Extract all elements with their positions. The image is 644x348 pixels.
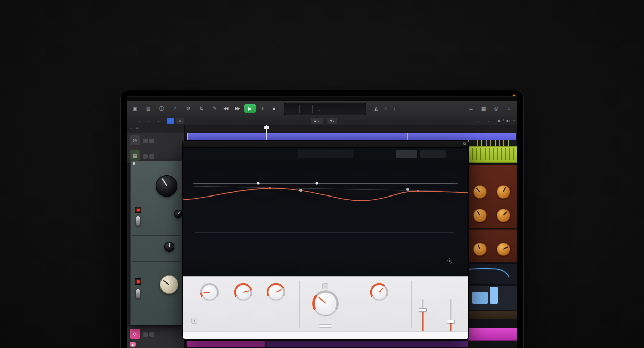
tab-main[interactable] xyxy=(396,150,417,158)
audio-region[interactable] xyxy=(187,133,261,140)
mute-button[interactable] xyxy=(143,154,148,159)
low-select-knob[interactable] xyxy=(174,210,182,218)
chromaverb-controls: ♪ ♪ xyxy=(183,276,468,332)
room-type-selector[interactable] xyxy=(298,150,353,158)
mute-button[interactable] xyxy=(143,139,148,143)
forward-button[interactable]: ▶▶ xyxy=(233,106,241,111)
in-button[interactable] xyxy=(135,278,141,285)
low-freq-knob[interactable] xyxy=(160,275,178,294)
chromaverb-title-bar[interactable]: ⧉ xyxy=(183,141,468,148)
dry-slider[interactable] xyxy=(419,308,427,312)
curve-point[interactable] xyxy=(269,187,271,190)
tuner-icon[interactable]: ♩ xyxy=(392,106,400,111)
mixer-icon[interactable]: ▥ xyxy=(144,106,152,111)
solo-button[interactable] xyxy=(149,154,154,159)
catch-playhead-icon[interactable]: ▦ xyxy=(497,119,500,122)
playhead-handle[interactable] xyxy=(264,126,269,129)
toggle-switch[interactable] xyxy=(136,216,140,226)
reverb-output-icon[interactable] xyxy=(446,257,454,265)
mid-knob[interactable] xyxy=(164,242,174,252)
midi-region-multicolor[interactable] xyxy=(468,140,517,146)
audio-region[interactable] xyxy=(407,133,445,140)
filter-curve-panel[interactable] xyxy=(468,263,517,285)
menu-functions[interactable]: ⌄ xyxy=(147,119,150,122)
editors-icon[interactable]: ⇅ xyxy=(197,106,205,111)
text-tool-icon[interactable]: I xyxy=(503,119,504,122)
controls-icon[interactable]: ⌗ xyxy=(505,106,513,112)
sync-note-icon[interactable]: ♪ xyxy=(322,283,328,289)
stop-button[interactable]: ■ xyxy=(270,106,278,111)
conga-region[interactable] xyxy=(187,341,265,347)
curve-point[interactable] xyxy=(417,190,420,193)
toggle-switch[interactable] xyxy=(136,289,140,299)
size-knob[interactable] xyxy=(236,285,251,300)
crossfade-icon[interactable]: ≋ xyxy=(176,118,184,124)
browser-icon[interactable]: ◎ xyxy=(492,106,500,111)
menu-edit[interactable]: ⌄ xyxy=(137,119,140,122)
toolbox-icon[interactable]: ▣ xyxy=(131,106,139,111)
metronome-icon[interactable]: ◭ xyxy=(372,106,380,111)
list-editors-icon[interactable]: ≔ xyxy=(467,106,475,111)
eq-handle[interactable] xyxy=(257,182,259,184)
count-in-icon[interactable] xyxy=(384,107,387,110)
er-mix-knob[interactable] xyxy=(473,243,487,256)
cutoff-knob[interactable] xyxy=(473,185,487,199)
distance-knob[interactable] xyxy=(372,285,387,300)
disclosure-triangle-icon[interactable]: › xyxy=(128,154,129,157)
quick-help-icon[interactable]: ? xyxy=(171,106,179,111)
delay-mix-knob[interactable] xyxy=(497,185,510,199)
rewind-button[interactable]: ◀◀ xyxy=(222,106,230,111)
solo-button[interactable] xyxy=(149,332,154,337)
window-close-icon[interactable] xyxy=(133,162,135,165)
bar-ruler[interactable] xyxy=(127,125,517,133)
link-window-icon[interactable]: ⧉ xyxy=(463,142,466,146)
sync-note-icon[interactable]: ♪ xyxy=(191,318,197,324)
smart-controls-icon[interactable]: ⓘ xyxy=(157,105,166,112)
audio-region[interactable] xyxy=(261,133,334,140)
midi-region-green[interactable] xyxy=(468,146,517,163)
chromaverb-strip-label[interactable] xyxy=(468,311,517,319)
global-tracks-icon[interactable]: ⌄ xyxy=(130,126,132,130)
track-header-batterie[interactable]: ◎ xyxy=(127,133,184,148)
decay-knob[interactable] xyxy=(314,292,337,315)
damping-curve-overlay xyxy=(183,160,468,276)
er-output-knob[interactable] xyxy=(497,243,510,256)
purple-region[interactable] xyxy=(266,341,468,347)
attack-knob[interactable] xyxy=(202,285,217,300)
tab-details[interactable] xyxy=(420,150,446,158)
chevron-down-icon[interactable]: ⌄ xyxy=(318,107,320,111)
freeze-button[interactable] xyxy=(319,324,332,328)
time-l-knob[interactable] xyxy=(473,209,487,222)
eq-handle[interactable] xyxy=(315,182,318,184)
low-boost-knob[interactable] xyxy=(156,175,177,197)
lcd-display[interactable]: ⌄ xyxy=(284,103,366,115)
mute-button[interactable] xyxy=(143,332,148,337)
secondary-tool-selector[interactable]: ✚⌄ xyxy=(327,118,337,124)
track-header-conga[interactable]: ▮ xyxy=(127,341,184,348)
eq-handle[interactable] xyxy=(406,188,409,191)
note-pads-icon[interactable]: ▦ xyxy=(479,106,488,111)
pause-button[interactable]: ‖ xyxy=(259,107,267,111)
audio-region[interactable] xyxy=(445,133,516,140)
in-button[interactable] xyxy=(135,207,141,213)
settings-gear-icon[interactable]: ⚙ xyxy=(184,106,192,111)
eq-handle[interactable] xyxy=(299,189,302,192)
track-header-sonnaille[interactable]: ◇ xyxy=(127,327,184,341)
grid-snap-icon[interactable]: ⌗ xyxy=(167,118,174,124)
solo-button[interactable] xyxy=(149,139,154,143)
damping-eq-display[interactable] xyxy=(183,160,468,276)
chromaverb-plugin-window: ⧉ xyxy=(183,141,468,339)
play-button[interactable]: ▶ xyxy=(244,104,256,113)
scroll-icon[interactable]: ▶| xyxy=(507,119,510,122)
track-zoom-icon[interactable]: ≡ xyxy=(136,126,139,130)
zoom-icon[interactable]: ⇔ xyxy=(512,119,515,122)
wet-slider[interactable] xyxy=(447,320,455,323)
density-knob[interactable] xyxy=(268,285,284,300)
time-r-knob[interactable] xyxy=(497,209,510,222)
pencil-icon[interactable]: ✎ xyxy=(211,106,219,111)
menu-view[interactable]: ⌄ xyxy=(156,119,159,122)
pointer-tool-selector[interactable]: ▲ ⌄ xyxy=(311,118,323,124)
y-axis-left xyxy=(184,181,194,251)
midi-region-magenta[interactable] xyxy=(468,328,517,341)
audio-region[interactable] xyxy=(334,133,407,140)
